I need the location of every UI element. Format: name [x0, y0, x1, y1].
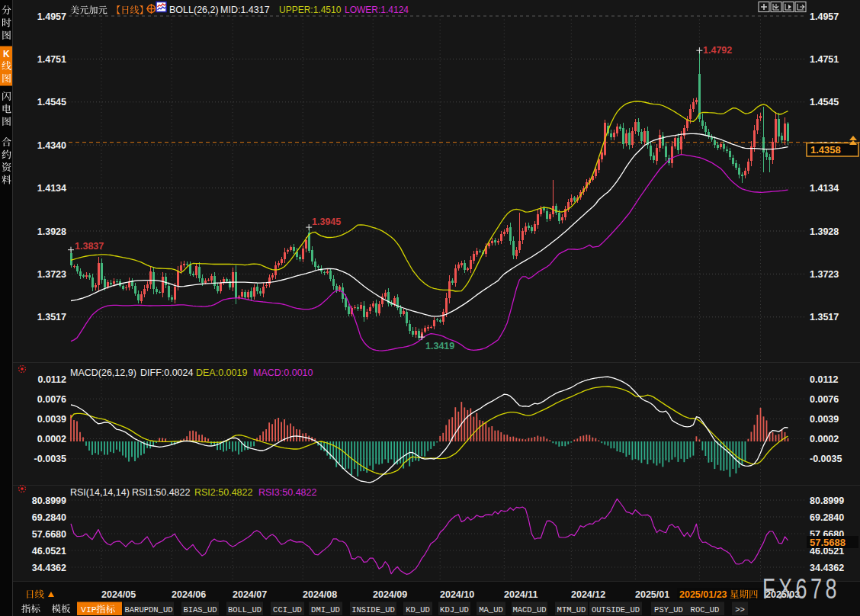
svg-text:RSI2:50.4822: RSI2:50.4822 [194, 487, 252, 498]
svg-text:RSI3:50.4822: RSI3:50.4822 [258, 487, 316, 498]
svg-text:0.0076: 0.0076 [810, 394, 839, 405]
svg-text:BOLL(26,2): BOLL(26,2) [169, 5, 219, 15]
svg-text:34.4362: 34.4362 [810, 563, 844, 573]
svg-text:1.4751: 1.4751 [37, 54, 66, 65]
svg-text:1.4545: 1.4545 [37, 97, 66, 107]
svg-text:1.4134: 1.4134 [37, 183, 66, 194]
svg-text:>>: >> [735, 605, 745, 614]
svg-text:UPPER:1.4510: UPPER:1.4510 [279, 5, 342, 15]
svg-text:0.0002: 0.0002 [37, 434, 66, 444]
svg-text:2025/01/23: 2025/01/23 [679, 589, 727, 600]
svg-text:RSI1:50.4822: RSI1:50.4822 [132, 487, 190, 498]
svg-text:1.4957: 1.4957 [37, 11, 66, 22]
svg-text:MA_UD: MA_UD [479, 605, 503, 614]
svg-text:MACD:0.0010: MACD:0.0010 [253, 367, 313, 378]
svg-text:LOWER:1.4124: LOWER:1.4124 [345, 5, 409, 15]
svg-text:69.2840: 69.2840 [32, 512, 66, 523]
svg-text:2024/05: 2024/05 [101, 589, 136, 600]
svg-text:2024/06: 2024/06 [172, 589, 206, 600]
svg-text:MTM_UD: MTM_UD [557, 605, 586, 614]
svg-text:VIP: VIP [81, 605, 97, 614]
svg-text:69.2840: 69.2840 [810, 512, 844, 523]
svg-text:OUTSIDE_UD: OUTSIDE_UD [592, 605, 640, 614]
svg-text:CCI_UD: CCI_UD [273, 605, 302, 614]
svg-text:MACD_UD: MACD_UD [512, 605, 546, 614]
svg-text:46.0521: 46.0521 [32, 546, 66, 557]
svg-text:2024/08: 2024/08 [303, 589, 337, 600]
svg-text:0.0002: 0.0002 [810, 434, 839, 444]
svg-text:2024/07: 2024/07 [233, 589, 267, 600]
svg-text:RSI(14,14,14): RSI(14,14,14) [70, 487, 130, 498]
svg-text:1.4134: 1.4134 [810, 183, 839, 194]
svg-text:2025/01: 2025/01 [635, 589, 669, 600]
svg-text:2024/10: 2024/10 [440, 589, 474, 600]
svg-text:1.3837: 1.3837 [75, 241, 104, 252]
svg-text:0.0112: 0.0112 [37, 374, 66, 385]
svg-text:BARUPDN_UD: BARUPDN_UD [124, 605, 172, 614]
svg-text:PSY_UD: PSY_UD [654, 605, 683, 614]
svg-text:KD_UD: KD_UD [406, 605, 430, 614]
svg-text:1.4545: 1.4545 [810, 97, 839, 107]
svg-text:1.4358: 1.4358 [810, 144, 841, 156]
svg-text:1.4957: 1.4957 [810, 11, 839, 22]
svg-text:1.3928: 1.3928 [37, 226, 66, 237]
svg-text:BIAS_UD: BIAS_UD [183, 605, 217, 614]
svg-text:57.5688: 57.5688 [810, 537, 846, 548]
svg-text:2024/11: 2024/11 [504, 589, 538, 600]
svg-text:DEA:0.0019: DEA:0.0019 [196, 367, 247, 378]
svg-text:1.3419: 1.3419 [425, 341, 454, 351]
svg-text:2024/09: 2024/09 [373, 589, 407, 600]
svg-text:2024/12: 2024/12 [571, 589, 605, 600]
svg-text:1.4792: 1.4792 [703, 45, 732, 56]
svg-text:1.3723: 1.3723 [37, 269, 66, 280]
svg-text:MACD(26,12,9): MACD(26,12,9) [70, 367, 136, 378]
svg-text:0.0039: 0.0039 [37, 414, 66, 425]
svg-text:DIFF:0.0024: DIFF:0.0024 [140, 367, 194, 378]
svg-text:80.8999: 80.8999 [810, 496, 844, 506]
svg-text:MID:1.4317: MID:1.4317 [220, 5, 270, 15]
svg-text:57.6680: 57.6680 [32, 529, 66, 540]
svg-text:1.4340: 1.4340 [37, 140, 66, 151]
svg-text:0.0076: 0.0076 [37, 394, 66, 405]
svg-text:1.3723: 1.3723 [810, 269, 839, 280]
svg-text:0.0112: 0.0112 [810, 374, 839, 385]
svg-text:DMI_UD: DMI_UD [311, 605, 340, 614]
svg-text:1.3928: 1.3928 [810, 226, 839, 237]
svg-text:1.3517: 1.3517 [810, 312, 839, 322]
svg-text:34.4362: 34.4362 [32, 563, 66, 573]
svg-text:0.0039: 0.0039 [810, 414, 839, 425]
svg-text:KDJ_UD: KDJ_UD [440, 605, 469, 614]
svg-text:80.8999: 80.8999 [32, 496, 66, 506]
svg-text:FX678: FX678 [762, 573, 840, 605]
svg-text:1.4751: 1.4751 [810, 54, 839, 65]
svg-text:-0.0035: -0.0035 [810, 454, 842, 464]
svg-text:1.3945: 1.3945 [312, 217, 341, 227]
svg-text:1.3517: 1.3517 [37, 312, 66, 322]
svg-text:-0.0035: -0.0035 [34, 454, 66, 464]
svg-text:INSIDE_UD: INSIDE_UD [351, 605, 395, 614]
svg-text:K: K [3, 49, 10, 59]
svg-text:BOLL_UD: BOLL_UD [228, 605, 262, 614]
svg-text:ROC_UD: ROC_UD [691, 605, 720, 614]
